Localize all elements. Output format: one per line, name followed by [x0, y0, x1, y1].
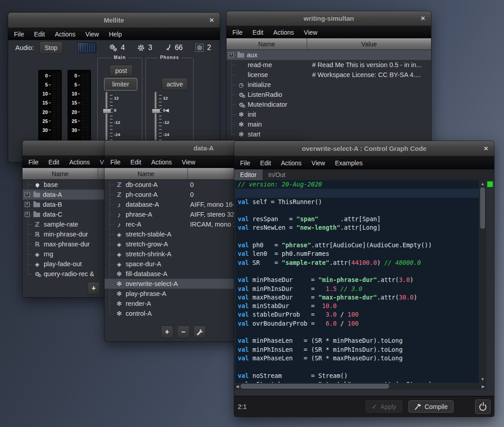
- tree-row-license[interactable]: license# Workspace License: CC BY-SA 4..…: [227, 70, 431, 80]
- close-icon[interactable]: ×: [209, 13, 214, 27]
- column-name[interactable]: Name: [23, 168, 98, 179]
- menu-item-examples[interactable]: Examples: [335, 159, 363, 167]
- object-value: AIFF, mono 16-: [190, 201, 235, 208]
- close-icon[interactable]: ×: [484, 141, 488, 156]
- tree-row-main[interactable]: main: [227, 119, 431, 129]
- menu-item-help[interactable]: Help: [109, 31, 122, 38]
- object-name: rng: [44, 250, 53, 258]
- main-fader-handle[interactable]: [103, 109, 111, 114]
- power-button[interactable]: [475, 400, 490, 414]
- menu-item-actions[interactable]: Actions: [273, 29, 294, 36]
- code-line: [236, 206, 486, 215]
- object-name: overwrite-select-A: [126, 280, 178, 287]
- wrench-icon: [196, 329, 203, 336]
- peak-meter-left: 051015202530: [38, 70, 62, 152]
- remove-object-button[interactable]: −: [177, 326, 190, 338]
- add-object-button[interactable]: +: [161, 326, 173, 338]
- object-name: play-fade-out: [44, 260, 82, 268]
- tab-in-out[interactable]: In/Out: [263, 169, 291, 181]
- titlebar[interactable]: writing-simultan ×: [227, 11, 431, 26]
- tree-row-muteindicator[interactable]: MuteIndicator: [227, 100, 431, 109]
- code-line: val minPhInsLen = (SR * minPhInsDur).toL…: [236, 345, 486, 354]
- menu-item-file[interactable]: File: [110, 159, 121, 166]
- tick-label: 0: [114, 104, 129, 116]
- menu-item-file[interactable]: File: [240, 159, 250, 167]
- close-icon[interactable]: ×: [421, 11, 425, 26]
- tree-row-listenradio[interactable]: ListenRadio: [227, 90, 431, 100]
- meter-scale: 051015202530: [69, 73, 80, 132]
- scroll-left-icon[interactable]: ◀: [234, 384, 241, 389]
- code-line: val SR = "sample-rate".attr(44100.0) // …: [236, 259, 486, 267]
- menu-item-view[interactable]: View: [304, 29, 318, 36]
- int-icon: [115, 181, 123, 188]
- counter-value: 2: [207, 44, 211, 52]
- tick-label: 0: [40, 73, 51, 78]
- scroll-up-icon[interactable]: ▲: [479, 182, 486, 186]
- object-name: init: [248, 111, 256, 118]
- code-editor[interactable]: // version: 20-Aug-2020 val self = ThisR…: [234, 180, 486, 390]
- menu-item-actions[interactable]: Actions: [55, 31, 76, 38]
- menu-item-file[interactable]: File: [232, 29, 243, 36]
- tree-row-initialize[interactable]: initialize: [227, 80, 431, 90]
- stop-button[interactable]: Stop: [39, 41, 63, 54]
- tree-row-init[interactable]: init: [227, 109, 431, 119]
- object-value: AIFF, stereo 32: [190, 211, 234, 218]
- gears-icon: [33, 270, 41, 277]
- column-name[interactable]: Name: [227, 38, 307, 50]
- titlebar[interactable]: overwrite-select-A : Control Graph Code …: [234, 141, 494, 156]
- add-object-button[interactable]: +: [87, 282, 100, 295]
- code-line: [236, 328, 486, 336]
- object-name: space-dur-A: [126, 260, 161, 268]
- tree-row-read-me[interactable]: read-me# Read Me This is version 0.5 - i…: [227, 60, 431, 70]
- view-object-button[interactable]: [193, 326, 206, 338]
- status-bar: 2:1 ✓ Apply Compile: [234, 396, 494, 417]
- titlebar[interactable]: Mellite ×: [8, 13, 220, 28]
- expander-icon[interactable]: +: [229, 53, 234, 58]
- column-value[interactable]: Value: [307, 38, 431, 50]
- object-name: MuteIndicator: [248, 101, 287, 108]
- object-name: stretch-stable-A: [126, 231, 172, 238]
- limiter-button[interactable]: limiter: [104, 78, 137, 91]
- apply-button[interactable]: ✓ Apply: [366, 400, 402, 413]
- horizontal-scrollbar[interactable]: ◀ ▶: [234, 383, 486, 390]
- object-name: query-radio-rec &: [44, 270, 94, 277]
- menu-item-edit[interactable]: Edit: [260, 159, 271, 167]
- phones-fader-handle[interactable]: [152, 109, 160, 114]
- meter-led-column: [52, 73, 60, 150]
- menu-item-file[interactable]: File: [14, 31, 24, 38]
- post-button[interactable]: post: [109, 65, 133, 77]
- dashed-gear-icon: [195, 43, 204, 52]
- menu-item-view[interactable]: View: [312, 159, 325, 167]
- tree-row-aux[interactable]: +aux: [227, 50, 431, 60]
- tab-editor[interactable]: Editor: [234, 169, 263, 181]
- menu-item-edit[interactable]: Edit: [131, 159, 141, 166]
- menu-item-edit[interactable]: Edit: [34, 31, 45, 38]
- menu-item-view[interactable]: View: [86, 31, 99, 38]
- column-name[interactable]: Name: [104, 168, 188, 179]
- audio-label: Audio:: [15, 44, 34, 51]
- horizontal-scroll-thumb[interactable]: [241, 384, 389, 389]
- code-line: [236, 267, 486, 276]
- compile-button[interactable]: Compile: [409, 400, 454, 413]
- expander-icon[interactable]: +: [25, 202, 30, 207]
- expander-icon[interactable]: +: [25, 212, 30, 217]
- tick-label: -24: [114, 128, 129, 141]
- menu-item-view[interactable]: View: [182, 159, 195, 166]
- menu-item-actions[interactable]: Actions: [69, 159, 90, 166]
- scroll-right-icon[interactable]: ▶: [480, 384, 486, 389]
- menu-item-file[interactable]: File: [28, 159, 39, 166]
- tick-label: -24: [163, 128, 178, 141]
- tree-row-start[interactable]: start: [227, 129, 431, 139]
- menu-item-actions[interactable]: Actions: [151, 159, 172, 166]
- vertical-scrollbar[interactable]: ▲ ▼: [479, 180, 486, 383]
- menu-item-edit[interactable]: Edit: [49, 159, 59, 166]
- object-name: db-count-A: [126, 181, 158, 188]
- menu-item-actions[interactable]: Actions: [281, 159, 302, 167]
- scroll-down-icon[interactable]: ▼: [479, 377, 486, 382]
- object-name: max-phrase-dur: [44, 241, 90, 248]
- menu-item-edit[interactable]: Edit: [253, 29, 263, 36]
- object-name: start: [248, 131, 260, 138]
- vertical-scroll-thumb[interactable]: [480, 187, 485, 229]
- active-button[interactable]: active: [162, 78, 188, 91]
- expander-icon[interactable]: +: [25, 192, 30, 197]
